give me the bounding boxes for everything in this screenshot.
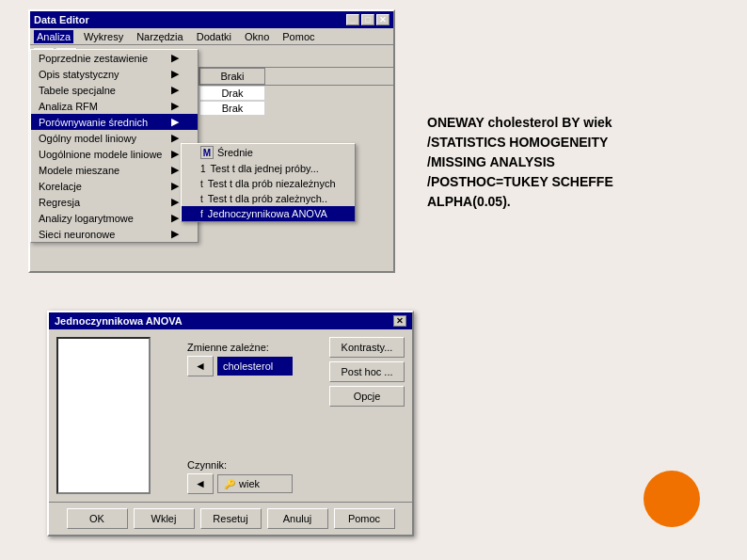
submenu-test-niezal[interactable]: t Test t dla prób niezależnych: [182, 176, 355, 191]
text-line2: /STATISTICS HOMOGENEITY: [427, 133, 709, 152]
menu-tabele[interactable]: Tabele specjalne ▶: [31, 82, 198, 98]
arrow-icon-4: ▶: [171, 100, 179, 112]
arrow-icon-3: ▶: [171, 84, 179, 96]
arrow-icon-5: ▶: [171, 116, 179, 128]
factor-value: wiek: [239, 478, 260, 489]
menu-dodatki[interactable]: Dodatki: [194, 30, 234, 43]
right-panel: Kontrasty... Post hoc ... Opcje: [329, 337, 405, 494]
menu-pomoc[interactable]: Pomoc: [279, 30, 317, 43]
menu-analizy[interactable]: Analizy logarytmowe ▶: [31, 210, 198, 226]
menu-modele[interactable]: Modele mieszane ▶: [31, 162, 198, 178]
text-line3: /MISSING ANALYSIS: [427, 152, 709, 172]
reset-button[interactable]: Resetuj: [200, 508, 262, 529]
submenu-test1[interactable]: 1 Test t dla jednej próby...: [182, 161, 355, 176]
submenu-srednie-item[interactable]: M Średnie: [182, 144, 355, 161]
menu-korelacje[interactable]: Korelacje ▶: [31, 178, 198, 194]
factor-row: ◄ 🔑 wiek: [187, 473, 293, 494]
menu-uogolnione[interactable]: Uogólnione modele liniowe ▶: [31, 146, 198, 162]
dep-var-value: cholesterol: [217, 357, 293, 376]
dialog-close-button[interactable]: ✕: [393, 315, 406, 327]
menu-okno[interactable]: Okno: [242, 30, 272, 43]
arrow-icon: ▶: [171, 52, 179, 64]
factor-value-container: 🔑 wiek: [217, 474, 293, 493]
maximize-button[interactable]: □: [361, 14, 374, 25]
submenu-test-zalezne[interactable]: t Test t dla prób zależnych..: [182, 191, 355, 206]
analiza-menu: Poprzednie zestawienie ▶ Opis statystycz…: [30, 49, 199, 243]
arrow-icon-7: ▶: [171, 148, 179, 160]
text-line1: ONEWAY cholesterol BY wiek: [427, 113, 709, 133]
text-line4: /POSTHOC=TUKEY SCHEFFE: [427, 172, 709, 192]
dep-var-row: ◄ cholesterol: [187, 356, 293, 376]
anova-dialog: Jednoczynnikowa ANOVA ✕ Zmienne zależne:…: [47, 311, 414, 536]
menu-poprzednie[interactable]: Poprzednie zestawienie ▶: [31, 50, 198, 66]
title-bar-buttons: _ □ ✕: [346, 14, 389, 25]
cell-1-3: Drak: [199, 86, 265, 101]
menu-ogolny[interactable]: Ogólny model liniowy ▶: [31, 130, 198, 146]
menu-sieci[interactable]: Sieci neuronowe ▶: [31, 226, 198, 242]
arrow-icon-2: ▶: [171, 68, 179, 80]
test1-icon: 1: [200, 164, 206, 174]
menu-narzedzia[interactable]: Narzędzia: [134, 30, 186, 43]
arrow-icon-8: ▶: [171, 164, 179, 176]
contrasts-button[interactable]: Kontrasty...: [329, 337, 405, 358]
dep-var-label: Zmienne zależne:: [187, 342, 293, 353]
factor-arrow-button[interactable]: ◄: [187, 473, 214, 494]
factor-label: Czynnik:: [187, 459, 293, 471]
arrow-icon-6: ▶: [171, 132, 179, 144]
menu-opis[interactable]: Opis statystyczny ▶: [31, 66, 198, 82]
test-zalezne-icon: t: [200, 194, 203, 204]
center-panel: Zmienne zależne: ◄ cholesterol Czynnik: …: [158, 337, 322, 494]
dialog-title-text: Jednoczynnikowa ANOVA: [55, 315, 183, 327]
posthoc-button[interactable]: Post hoc ...: [329, 361, 405, 382]
menu-wykresy[interactable]: Wykresy: [81, 30, 126, 43]
menu-porownywanie[interactable]: Porównywanie średnich ▶: [31, 114, 198, 130]
cancel-button[interactable]: Anuluj: [267, 508, 328, 529]
options-button[interactable]: Opcje: [329, 386, 405, 407]
braki-header: Braki: [199, 68, 265, 85]
title-bar-text: Data Editor: [34, 14, 89, 25]
dialog-title-bar: Jednoczynnikowa ANOVA ✕: [49, 312, 412, 329]
orange-circle: [644, 471, 700, 527]
arrow-icon-10: ▶: [171, 196, 179, 208]
menu-bar: Analiza Wykresy Narzędzia Dodatki Okno P…: [30, 28, 393, 45]
menu-regresja[interactable]: Regresja ▶: [31, 194, 198, 210]
submenu-anova[interactable]: f Jednoczynnikowa ANOVA: [182, 206, 355, 221]
spss-main-window: Data Editor _ □ ✕ Analiza Wykresy Narzęd…: [28, 9, 395, 273]
text-line5: ALPHA(0.05).: [427, 192, 709, 212]
arrow-icon-11: ▶: [171, 212, 179, 224]
ok-button[interactable]: OK: [67, 508, 128, 529]
minimize-button[interactable]: _: [346, 14, 359, 25]
arrow-icon-12: ▶: [171, 228, 179, 240]
menu-rfm[interactable]: Analiza RFM ▶: [31, 98, 198, 114]
factor-area: Czynnik: ◄ 🔑 wiek: [187, 459, 293, 494]
factor-var-icon: 🔑: [224, 479, 235, 489]
dep-var-area: Zmienne zależne: ◄ cholesterol: [187, 342, 293, 448]
title-bar: Data Editor _ □ ✕: [30, 11, 393, 28]
submenu-srednie: M Średnie 1 Test t dla jednej próby... t…: [181, 143, 356, 222]
help-button[interactable]: Pomoc: [334, 508, 395, 529]
add-button[interactable]: Wklej: [134, 508, 195, 529]
m-icon: M: [200, 146, 214, 159]
anova-icon: f: [200, 209, 203, 219]
variable-list-box[interactable]: [56, 337, 151, 494]
menu-analiza[interactable]: Analiza: [34, 30, 73, 43]
dialog-footer: OK Wklej Resetuj Anuluj Pomoc: [49, 502, 412, 535]
close-button[interactable]: ✕: [376, 14, 389, 25]
dep-var-arrow-button[interactable]: ◄: [187, 356, 214, 376]
arrow-icon-9: ▶: [171, 180, 179, 192]
dialog-body: Zmienne zależne: ◄ cholesterol Czynnik: …: [49, 329, 412, 502]
test-niezal-icon: t: [200, 179, 203, 189]
text-description: ONEWAY cholesterol BY wiek /STATISTICS H…: [427, 113, 709, 212]
analiza-dropdown: Poprzednie zestawienie ▶ Opis statystycz…: [30, 49, 199, 243]
cell-2-3: Brak: [199, 101, 265, 116]
